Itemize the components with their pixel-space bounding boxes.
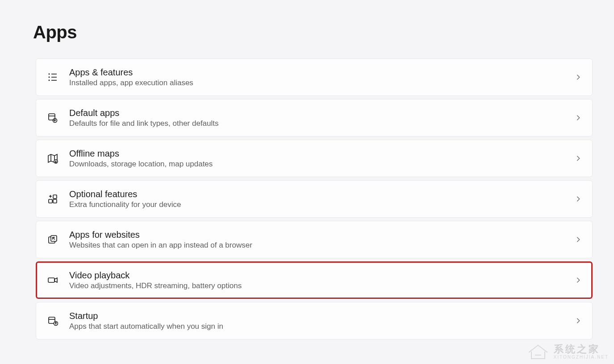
setting-subtitle: Video adjustments, HDR streaming, batter… [69,281,575,290]
setting-title: Apps & features [69,67,575,78]
settings-list: Apps & features Installed apps, app exec… [33,58,593,339]
apps-websites-icon [47,234,58,245]
setting-default-apps[interactable]: Default apps Defaults for file and link … [36,99,593,136]
svg-rect-22 [48,278,54,282]
svg-point-0 [49,74,50,75]
setting-content: Apps for websites Websites that can open… [69,230,575,250]
svg-point-2 [49,80,50,81]
chevron-right-icon [575,236,582,243]
setting-optional-features[interactable]: Optional features Extra functionality fo… [36,180,593,218]
default-apps-icon [47,112,58,124]
chevron-right-icon [575,74,582,81]
list-icon [47,71,58,83]
setting-content: Video playback Video adjustments, HDR st… [69,270,575,290]
svg-rect-14 [49,199,52,203]
setting-title: Default apps [69,108,575,118]
watermark: 系统之家 XITONGZHIJIA.NET [527,343,609,360]
watermark-text-main: 系统之家 [554,344,609,354]
setting-apps-for-websites[interactable]: Apps for websites Websites that can open… [36,221,593,258]
setting-content: Default apps Defaults for file and link … [69,108,575,128]
setting-content: Optional features Extra functionality fo… [69,189,575,209]
watermark-text-sub: XITONGZHIJIA.NET [554,355,609,360]
page-title: Apps [33,22,593,42]
setting-subtitle: Websites that can open in an app instead… [69,241,575,250]
setting-title: Startup [69,311,575,321]
setting-subtitle: Defaults for file and link types, other … [69,119,575,128]
chevron-right-icon [575,317,582,324]
chevron-right-icon [575,114,582,121]
video-icon [47,274,58,286]
svg-point-1 [49,77,50,78]
setting-subtitle: Extra functionality for your device [69,200,575,209]
chevron-right-icon [575,155,582,162]
optional-features-icon [47,193,58,205]
setting-subtitle: Installed apps, app execution aliases [69,79,575,87]
watermark-house-icon [527,343,549,360]
setting-content: Apps & features Installed apps, app exec… [69,67,575,87]
setting-title: Video playback [69,270,575,281]
setting-title: Optional features [69,189,575,199]
svg-rect-16 [53,199,57,203]
chevron-right-icon [575,277,582,284]
setting-title: Apps for websites [69,230,575,240]
startup-icon [47,315,58,327]
setting-title: Offline maps [69,149,575,159]
svg-marker-23 [54,278,57,282]
setting-apps-features[interactable]: Apps & features Installed apps, app exec… [36,58,593,96]
map-icon [47,153,58,164]
setting-startup[interactable]: Startup Apps that start automatically wh… [36,302,593,339]
setting-subtitle: Downloads, storage location, map updates [69,160,575,169]
setting-content: Offline maps Downloads, storage location… [69,149,575,169]
setting-subtitle: Apps that start automatically when you s… [69,322,575,331]
svg-rect-15 [53,195,57,199]
setting-content: Startup Apps that start automatically wh… [69,311,575,331]
chevron-right-icon [575,195,582,203]
setting-offline-maps[interactable]: Offline maps Downloads, storage location… [36,140,593,177]
setting-video-playback[interactable]: Video playback Video adjustments, HDR st… [36,261,593,299]
